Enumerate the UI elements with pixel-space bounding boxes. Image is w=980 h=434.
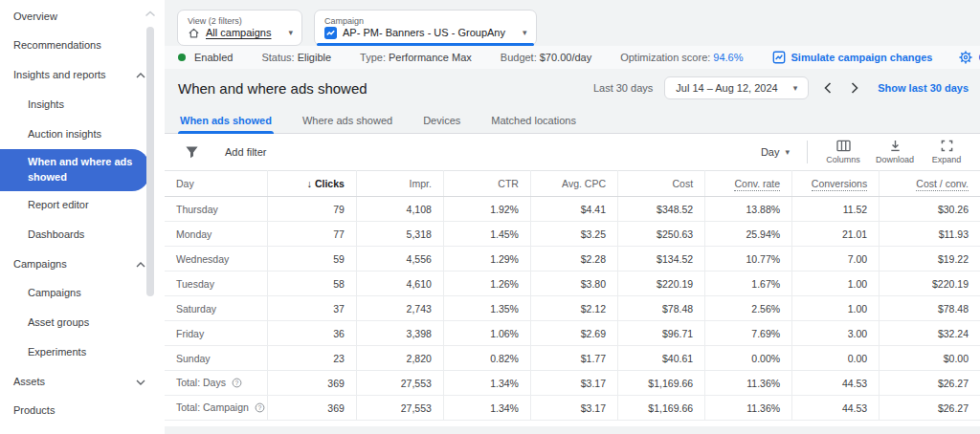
cell-conversions: 1.00 — [792, 296, 880, 321]
date-range-picker[interactable]: Jul 14 – Aug 12, 2024 ▾ — [664, 76, 809, 99]
page-header: When and where ads showed Last 30 days J… — [165, 69, 980, 107]
row-day-label: Sunday — [165, 346, 267, 371]
gear-icon — [959, 51, 972, 64]
help-icon[interactable]: ? — [255, 402, 265, 415]
add-filter-button[interactable]: Add filter — [225, 146, 266, 158]
column-header-label: Conversions — [812, 178, 867, 191]
segment-selector[interactable]: Day ▾ — [761, 146, 790, 158]
sidebar-item-audiences-keywords-and-content[interactable]: Audiences, keywords, and content — [0, 426, 165, 434]
sidebar-item-report-editor[interactable]: Report editor — [0, 191, 165, 221]
sidebar-item-when-and-where-ads-showed[interactable]: When and where ads showed — [0, 149, 149, 191]
tab-devices[interactable]: Devices — [421, 107, 462, 133]
sidebar-item-insights[interactable]: Insights — [0, 90, 165, 119]
cell-impr: 27,553 — [356, 396, 443, 421]
table-row: Tuesday584,6101.26%$3.80$220.191.67%1.00… — [165, 271, 980, 296]
cell-ctr: 1.92% — [443, 197, 530, 222]
download-button[interactable]: Download — [869, 140, 921, 164]
cell-conversions: 11.52 — [792, 197, 880, 222]
optimization-score[interactable]: Optimization score: 94.6% — [620, 52, 743, 63]
enabled-label: Enabled — [194, 52, 233, 63]
cell-impr: 4,108 — [356, 197, 443, 222]
columns-button[interactable]: Columns — [817, 140, 869, 164]
sidebar-item-experiments[interactable]: Experiments — [0, 337, 165, 367]
sidebar-item-campaigns[interactable]: Campaigns — [0, 279, 165, 309]
sidebar-item-overview[interactable]: Overview — [0, 2, 165, 32]
column-header-cost-conv[interactable]: Cost / conv. — [880, 171, 980, 197]
scroll-up-icon[interactable] — [145, 4, 156, 21]
sidebar-item-campaigns[interactable]: Campaigns — [0, 250, 165, 279]
simulate-icon — [772, 51, 786, 64]
report-card: Add filter Day ▾ Columns Down — [165, 134, 980, 426]
row-day-label: Friday — [165, 321, 267, 346]
simulate-label: Simulate campaign changes — [791, 52, 933, 63]
tab-matched-locations[interactable]: Matched locations — [489, 107, 578, 133]
column-header-clicks[interactable]: ↓ Clicks — [267, 171, 356, 197]
column-header-avg-cpc[interactable]: Avg. CPC — [530, 171, 617, 197]
cell-cost: $220.19 — [618, 271, 705, 296]
cell-impr: 3,398 — [356, 321, 443, 346]
cell-avg-cpc: $2.69 — [530, 321, 617, 346]
sidebar-item-products[interactable]: Products — [0, 397, 165, 426]
cell-ctr: 0.82% — [443, 346, 530, 371]
sidebar-item-label: Auction insights — [28, 128, 101, 141]
enabled-status[interactable]: Enabled — [178, 52, 233, 63]
cell-conversions: 44.53 — [792, 371, 880, 396]
home-icon — [188, 27, 200, 39]
sidebar-item-insights-and-reports[interactable]: Insights and reports — [0, 61, 165, 91]
cell-cost-conv: $32.24 — [880, 321, 980, 346]
campaign-status-bar: Enabled Status: Eligible Type: Performan… — [165, 46, 980, 69]
tab-when-ads-showed[interactable]: When ads showed — [178, 107, 274, 133]
cell-clicks: 79 — [267, 197, 356, 222]
sidebar-item-label: When and where ads showed — [28, 155, 134, 185]
cell-ctr: 1.26% — [443, 271, 530, 296]
campaign-selector[interactable]: Campaign AP- PM- Banners - US - GroupAny… — [314, 10, 536, 46]
status-label: Status: — [261, 52, 294, 63]
table-row: Wednesday594,5561.29%$2.28$134.5210.77%7… — [165, 247, 980, 271]
cell-conv-rate: 1.67% — [705, 271, 792, 296]
cell-cost-conv: $0.00 — [880, 346, 980, 371]
cell-conv-rate: 0.00% — [705, 346, 792, 371]
cell-cost: $134.52 — [618, 247, 705, 271]
column-header-day[interactable]: Day — [165, 171, 267, 197]
sidebar-item-asset-groups[interactable]: Asset groups — [0, 309, 165, 338]
column-header-conversions[interactable]: Conversions — [792, 171, 880, 197]
sidebar-item-dashboards[interactable]: Dashboards — [0, 220, 165, 250]
sidebar-item-label: Insights and reports — [13, 69, 106, 82]
tab-where-ads-showed[interactable]: Where ads showed — [301, 107, 394, 133]
campaign-status: Status: Eligible — [261, 52, 331, 63]
row-day-label: Wednesday — [165, 247, 267, 271]
table-row: Thursday794,1081.92%$4.41$348.5213.88%11… — [165, 197, 980, 222]
show-last-30-days-link[interactable]: Show last 30 days — [878, 82, 969, 94]
chevron-down-icon — [136, 380, 145, 385]
view-selector[interactable]: View (2 filters) All campaigns ▾ — [177, 10, 302, 46]
column-header-ctr[interactable]: CTR — [443, 171, 530, 197]
expand-button[interactable]: Expand — [921, 140, 972, 164]
previous-period-button[interactable] — [820, 80, 835, 96]
cell-cost: $78.48 — [618, 296, 705, 321]
cell-cost-conv: $30.26 — [880, 197, 980, 222]
column-header-cost[interactable]: Cost — [618, 171, 705, 197]
campaign-settings-button[interactable]: Campaign settings — [959, 51, 980, 64]
next-period-button[interactable] — [847, 80, 862, 96]
simulate-campaign-changes-button[interactable]: Simulate campaign changes — [772, 51, 933, 64]
sidebar-item-recommendations[interactable]: Recommendations — [0, 32, 165, 61]
optimization-score-value: 94.6% — [713, 52, 743, 63]
sidebar-item-auction-insights[interactable]: Auction insights — [0, 119, 165, 149]
help-icon[interactable]: ? — [232, 378, 242, 390]
cell-ctr: 1.35% — [443, 296, 530, 321]
expand-label: Expand — [932, 155, 962, 164]
column-header-conv-rate[interactable]: Conv. rate — [705, 171, 792, 197]
column-header-impr[interactable]: Impr. — [356, 171, 443, 197]
sidebar-item-assets[interactable]: Assets — [0, 367, 165, 397]
table-total-row: Total: Days?36927,5531.34%$3.17$1,169.66… — [165, 371, 980, 396]
sidebar-nav: OverviewRecommendationsInsights and repo… — [0, 0, 165, 434]
budget-label: Budget: — [501, 52, 537, 63]
download-label: Download — [876, 155, 914, 164]
sidebar-scrollbar[interactable] — [146, 27, 154, 296]
cell-clicks: 36 — [267, 321, 356, 346]
cell-conv-rate: 7.69% — [705, 321, 792, 346]
cell-clicks: 369 — [267, 396, 356, 421]
sidebar-item-label: Asset groups — [28, 316, 89, 330]
filter-icon[interactable] — [185, 145, 199, 159]
cell-clicks: 23 — [267, 346, 356, 371]
